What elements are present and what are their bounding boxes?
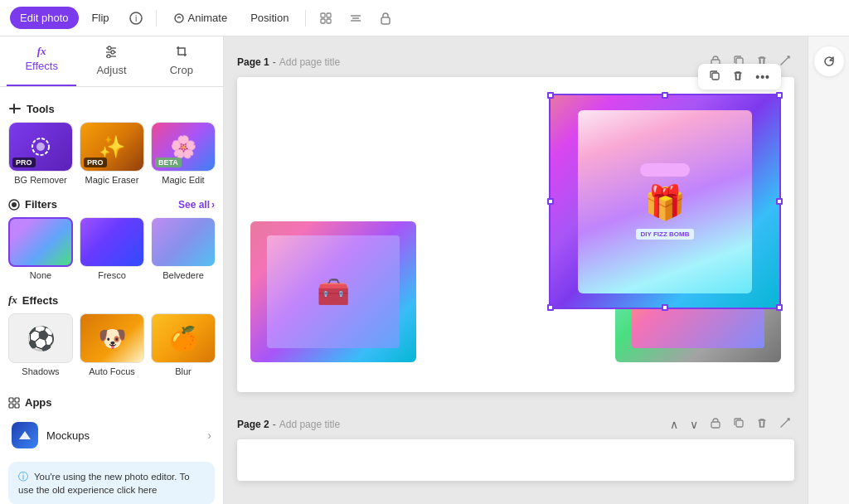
right-sidebar: [808, 36, 849, 504]
effects-section-title: fx Effects: [8, 293, 215, 307]
animate-tab[interactable]: Animate: [163, 7, 238, 29]
filters-grid: None Fresco Belvedere: [8, 217, 215, 280]
flip-tab[interactable]: Flip: [82, 7, 119, 29]
svg-rect-18: [13, 104, 15, 114]
info-banner: ⓘ You're using the new photo editor. To …: [8, 462, 215, 504]
effects-fx-icon: fx: [8, 293, 17, 307]
page1-section: Page 1 - Add page title: [237, 50, 794, 392]
filter-fresco[interactable]: Fresco: [80, 217, 144, 280]
svg-rect-5: [321, 19, 325, 23]
main-layout: fx Effects Adjust Crop Tools: [0, 36, 849, 504]
svg-point-20: [36, 143, 45, 151]
filters-see-all[interactable]: See all ›: [178, 199, 215, 211]
page2-header: Page 2 - Add page title ∧ ∨: [237, 412, 794, 439]
svg-rect-26: [15, 404, 19, 408]
float-delete-btn[interactable]: [728, 67, 748, 86]
position-tab[interactable]: Position: [240, 7, 298, 29]
pro-badge-1: PRO: [12, 158, 36, 167]
tool-magic-edit[interactable]: 🌸 BETA Magic Edit: [151, 122, 216, 185]
info-button[interactable]: i: [123, 5, 149, 32]
edit-photo-tab[interactable]: Edit photo: [10, 7, 79, 29]
toolbar-separator: [156, 10, 157, 27]
main-selected-image[interactable]: 🎁 DIY FIZZ BOMB: [549, 94, 781, 309]
panel-tabs: fx Effects Adjust Crop: [0, 36, 223, 87]
tools-section-title: Tools: [8, 102, 215, 115]
grid-button[interactable]: [313, 5, 339, 32]
selected-image-wrapper: 🎁 DIY FIZZ BOMB: [549, 94, 781, 309]
panel-content: Tools PRO BG Remover: [0, 87, 223, 504]
svg-rect-30: [711, 422, 720, 428]
mockups-chevron: ›: [207, 429, 211, 442]
left-panel: fx Effects Adjust Crop Tools: [0, 36, 224, 504]
svg-rect-25: [9, 404, 13, 408]
effects-grid: ⚽ Shadows 🐶 Auto Focus 🍊: [8, 313, 216, 376]
svg-point-16: [107, 55, 110, 58]
page2-add-btn[interactable]: [776, 415, 794, 433]
filter-belvedere[interactable]: Belvedere: [151, 217, 216, 280]
svg-rect-6: [327, 19, 331, 23]
tool-bg-remover[interactable]: PRO BG Remover: [8, 122, 73, 185]
crop-icon: [175, 45, 188, 62]
svg-rect-23: [9, 398, 13, 402]
svg-point-2: [175, 14, 183, 22]
tab-adjust[interactable]: Adjust: [76, 36, 146, 86]
bottom-left-image[interactable]: 🧰: [250, 221, 416, 362]
adjust-icon: [104, 45, 118, 62]
svg-point-22: [12, 202, 17, 207]
svg-point-14: [111, 51, 114, 54]
apps-section-title: Apps: [8, 396, 215, 409]
apps-grid-icon: [8, 397, 20, 409]
effects-row: ⚽ Shadows 🐶 Auto Focus 🍊: [8, 313, 215, 383]
svg-rect-31: [736, 420, 743, 427]
selected-image-container: •••: [549, 94, 781, 309]
align-button[interactable]: [342, 5, 369, 32]
effect-shadows[interactable]: ⚽ Shadows: [8, 313, 73, 376]
mockups-icon: [12, 422, 38, 448]
tools-icon: [8, 102, 22, 115]
page1-canvas: 🧰 🎁: [237, 77, 794, 392]
lock-button[interactable]: [372, 5, 399, 32]
tools-grid: PRO BG Remover ✨ PRO Magic Eraser: [8, 122, 215, 185]
info-banner-icon: ⓘ: [18, 472, 28, 482]
effect-blur[interactable]: 🍊 Blur: [151, 313, 216, 376]
effect-auto-focus[interactable]: 🐶 Auto Focus: [80, 313, 144, 376]
svg-rect-3: [321, 13, 325, 17]
effects-icon: fx: [37, 45, 46, 58]
beta-badge: BETA: [155, 158, 182, 167]
apps-section: Apps Mockups ›: [8, 396, 215, 455]
page2-delete-btn[interactable]: [753, 415, 771, 433]
float-more-btn[interactable]: •••: [751, 68, 774, 86]
pro-badge-2: PRO: [84, 158, 107, 167]
page2-canvas: [237, 439, 794, 481]
svg-text:i: i: [134, 14, 136, 23]
top-toolbar: Edit photo Flip i Animate Position: [0, 0, 849, 36]
tab-crop[interactable]: Crop: [147, 36, 216, 86]
float-copy-btn[interactable]: [705, 67, 725, 86]
page2-lock-btn[interactable]: [706, 415, 725, 433]
page2-copy-btn[interactable]: [730, 415, 748, 433]
tab-effects[interactable]: fx Effects: [7, 36, 76, 86]
toolbar-sep2: [305, 10, 306, 27]
page2-down-btn[interactable]: ∨: [686, 416, 701, 433]
app-mockups[interactable]: Mockups ›: [8, 415, 215, 455]
canvas-area: Page 1 - Add page title: [224, 36, 808, 504]
svg-rect-10: [381, 17, 390, 24]
page2-section: Page 2 - Add page title ∧ ∨: [237, 412, 794, 481]
svg-rect-29: [712, 73, 719, 80]
svg-point-12: [108, 46, 111, 50]
filters-icon: [8, 199, 20, 211]
page2-actions: ∧ ∨: [667, 415, 794, 433]
svg-rect-24: [15, 398, 19, 402]
svg-rect-4: [327, 13, 331, 17]
filters-section-title: Filters See all ›: [8, 198, 215, 211]
filter-none[interactable]: None: [8, 217, 73, 280]
page2-up-btn[interactable]: ∧: [667, 416, 682, 433]
float-action-bar: •••: [698, 64, 781, 90]
refresh-button[interactable]: [814, 46, 844, 76]
tool-magic-eraser[interactable]: ✨ PRO Magic Eraser: [80, 122, 144, 185]
